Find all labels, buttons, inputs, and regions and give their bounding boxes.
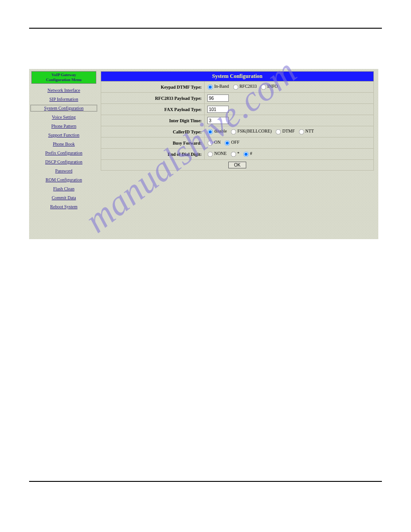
field-keypad-dtmf: In-Band RFC2833 INFO (205, 82, 374, 93)
config-title: System Configuration (101, 72, 374, 82)
sidebar-item-rom-configuration[interactable]: ROM Configuration (31, 177, 96, 182)
field-rfc2833-payload (205, 93, 374, 104)
opt-eod-none: NONE (214, 151, 227, 156)
ok-cell: OK (101, 160, 374, 171)
document-page: VoIP Gateway Configuration Menu Network … (0, 0, 411, 514)
sidebar-title-line2: Configuration Menu (46, 77, 81, 82)
opt-keypad-inband: In-Band (214, 84, 229, 89)
row-rfc2833-payload: RFC2833 Payload Type: (101, 93, 374, 104)
input-fax-payload[interactable] (207, 106, 229, 113)
sidebar-item-phone-book[interactable]: Phone Book (31, 142, 96, 146)
row-end-of-dial: End of Dial Digit: NONE * # (101, 149, 374, 160)
radio-cid-disable[interactable] (208, 129, 213, 134)
field-end-of-dial: NONE * # (205, 149, 374, 160)
sidebar-item-sip-information[interactable]: SIP Information (31, 97, 96, 102)
label-fax-payload: FAX Payload Type: (101, 104, 205, 115)
opt-bf-off: OFF (231, 140, 239, 145)
radio-cid-ntt[interactable] (299, 129, 304, 134)
opt-keypad-rfc2833: RFC2833 (240, 84, 257, 89)
opt-eod-star: * (237, 151, 240, 156)
sidebar-title-line1: VoIP Gateway (51, 73, 76, 77)
label-inter-digit: Inter Digit Time: (101, 115, 205, 126)
ok-button[interactable]: OK (228, 162, 246, 168)
radio-keypad-inband[interactable] (208, 84, 213, 90)
row-keypad-dtmf: Keypad DTMF Type: In-Band RFC2833 INFO (101, 82, 374, 93)
sidebar-item-password[interactable]: Password (31, 168, 96, 173)
row-fax-payload: FAX Payload Type: (101, 104, 374, 115)
label-callerid: CallerID Type: (101, 126, 205, 137)
voip-config-ui: VoIP Gateway Configuration Menu Network … (29, 69, 378, 239)
sidebar-item-prefix-configuration[interactable]: Prefix Configuration (31, 150, 96, 155)
input-inter-digit[interactable] (207, 117, 229, 124)
opt-eod-hash: # (250, 151, 252, 156)
field-callerid: disable FSK(BELLCORE) DTMF NTT (205, 126, 374, 137)
opt-bf-on: ON (214, 140, 220, 145)
sidebar-item-reboot-system[interactable]: Reboot System (31, 204, 96, 209)
sidebar-item-system-configuration[interactable]: System Configuration (31, 106, 96, 111)
sidebar-item-commit-data[interactable]: Commit Data (31, 195, 96, 200)
sidebar-item-flash-clean[interactable]: Flash Clean (31, 186, 96, 191)
label-rfc2833-payload: RFC2833 Payload Type: (101, 93, 205, 104)
sidebar-item-phone-pattern[interactable]: Phone Pattern (31, 124, 96, 129)
label-busy-forward: Busy Forward: (101, 137, 205, 149)
sidebar-items: Network Interface SIP Information System… (31, 88, 96, 209)
label-keypad-dtmf: Keypad DTMF Type: (101, 82, 205, 93)
row-inter-digit: Inter Digit Time: (101, 115, 374, 126)
sidebar-item-voice-setting[interactable]: Voice Setting (31, 115, 96, 120)
opt-cid-disable: disable (214, 129, 227, 133)
input-rfc2833-payload[interactable] (207, 94, 229, 102)
radio-bf-on[interactable] (208, 140, 213, 146)
label-end-of-dial: End of Dial Digit: (101, 149, 205, 160)
row-callerid: CallerID Type: disable FSK(BELLCORE) DTM… (101, 126, 374, 137)
radio-cid-dtmf[interactable] (276, 129, 281, 134)
field-busy-forward: ON OFF (205, 137, 374, 149)
radio-eod-hash[interactable] (244, 151, 249, 157)
radio-cid-fsk[interactable] (231, 129, 236, 134)
opt-cid-dtmf: DTMF (282, 129, 295, 133)
opt-cid-fsk: FSK(BELLCORE) (237, 129, 272, 133)
sidebar: VoIP Gateway Configuration Menu Network … (31, 71, 96, 213)
radio-keypad-info[interactable] (261, 84, 266, 90)
opt-cid-ntt: NTT (305, 129, 314, 133)
row-busy-forward: Busy Forward: ON OFF (101, 137, 374, 149)
opt-keypad-info: INFO (267, 84, 278, 89)
config-table: System Configuration Keypad DTMF Type: I… (101, 71, 374, 171)
radio-keypad-rfc2833[interactable] (233, 84, 238, 90)
sidebar-item-support-function[interactable]: Support Function (31, 133, 96, 137)
radio-bf-off[interactable] (225, 140, 230, 146)
sidebar-item-network-interface[interactable]: Network Interface (31, 88, 96, 93)
sidebar-item-dscp-configuration[interactable]: DSCP Configuration (31, 159, 96, 164)
sidebar-header: VoIP Gateway Configuration Menu (31, 71, 96, 84)
field-inter-digit (205, 115, 374, 126)
field-fax-payload (205, 104, 374, 115)
radio-eod-star[interactable] (231, 151, 236, 157)
radio-eod-none[interactable] (208, 151, 213, 157)
